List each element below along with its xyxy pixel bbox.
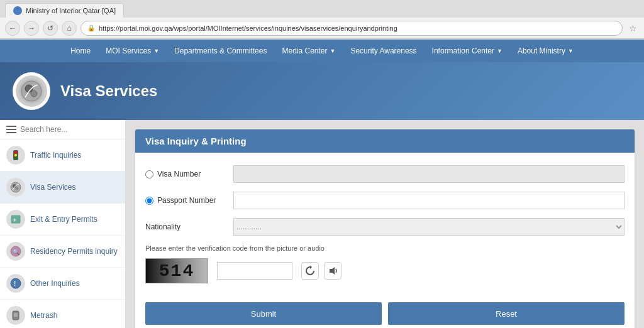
nav-about[interactable]: About Ministry ▼: [510, 40, 581, 62]
form-title: Visa Inquiry & Printing: [145, 136, 247, 146]
nav-moi-services-label: MOI Services: [106, 46, 151, 55]
refresh-button[interactable]: ↺: [43, 21, 58, 36]
metrash-icon: [6, 306, 25, 325]
captcha-value: 514: [159, 261, 194, 281]
lock-icon: 🔒: [87, 25, 95, 31]
svg-point-6: [14, 157, 17, 160]
search-input[interactable]: [20, 125, 119, 134]
svg-text:🔍: 🔍: [13, 248, 20, 256]
sidebar-item-visa-services[interactable]: Visa Services: [0, 172, 125, 204]
captcha-controls: [301, 262, 341, 280]
sidebar-item-metrash[interactable]: Metrash: [0, 300, 125, 328]
sidebar-item-label: Visa Services: [30, 183, 75, 192]
url-bar[interactable]: 🔒 https://portal.moi.gov.qa/wps/portal/M…: [80, 21, 623, 36]
visa-number-row: Visa Number: [145, 165, 625, 183]
reset-button[interactable]: Reset: [388, 302, 625, 325]
browser-chrome: Ministry of Interior Qatar [QA] ← → ↺ ⌂ …: [0, 0, 644, 40]
main-content: Visa Inquiry & Printing Visa Number Pass…: [126, 120, 644, 328]
sidebar-item-label: Residency Permits inquiry: [30, 247, 118, 256]
svg-point-4: [14, 151, 17, 154]
page-title: Visa Services: [60, 82, 157, 100]
main-navigation: Home MOI Services ▼ Departments & Commit…: [0, 40, 644, 62]
back-button[interactable]: ←: [5, 21, 20, 36]
sidebar-search-bar: [0, 120, 125, 139]
nav-info-center-label: Information Center: [432, 46, 494, 55]
sidebar-item-label: Metrash: [30, 311, 57, 320]
svg-marker-20: [330, 267, 335, 275]
passport-number-label: Passport Number: [145, 196, 227, 205]
form-body: Visa Number Passport Number Nationality: [135, 153, 635, 328]
info-center-arrow-icon: ▼: [497, 48, 502, 54]
captcha-row: 514: [145, 258, 625, 283]
svg-point-9: [16, 187, 19, 190]
nav-media-center[interactable]: Media Center ▼: [274, 40, 343, 62]
hamburger-icon[interactable]: [6, 126, 16, 133]
captcha-note: Please enter the verification code from …: [145, 244, 625, 252]
passport-number-radio[interactable]: [145, 197, 153, 205]
header-logo: [13, 72, 50, 110]
nav-moi-services[interactable]: MOI Services ▼: [98, 40, 167, 62]
nationality-select[interactable]: ............: [233, 218, 625, 236]
traffic-light-icon: [6, 146, 25, 165]
nav-about-label: About Ministry: [518, 46, 565, 55]
captcha-image: 514: [145, 258, 208, 283]
nav-home-label: Home: [70, 46, 91, 55]
visa-services-icon: [6, 178, 25, 197]
moi-services-arrow-icon: ▼: [153, 48, 159, 54]
sidebar-item-residency[interactable]: 🔍 Residency Permits inquiry: [0, 236, 125, 268]
svg-point-5: [14, 154, 17, 156]
form-header: Visa Inquiry & Printing: [135, 129, 635, 153]
svg-point-2: [31, 90, 37, 97]
nationality-label: Nationality: [145, 222, 227, 231]
nav-departments-label: Departments & Committees: [174, 46, 267, 55]
tab-title: Ministry of Interior Qatar [QA]: [26, 7, 116, 14]
visa-number-input[interactable]: [233, 165, 625, 183]
sidebar-item-label: Traffic Inquiries: [30, 151, 81, 160]
exit-entry-icon: ✈: [6, 210, 25, 229]
captcha-audio-button[interactable]: [324, 262, 341, 280]
header-logo-image: [16, 75, 47, 107]
residency-icon: 🔍: [6, 242, 25, 261]
form-buttons: Submit Reset: [145, 296, 625, 325]
captcha-input[interactable]: [217, 262, 292, 280]
forward-button[interactable]: →: [24, 21, 39, 36]
bookmark-button[interactable]: ☆: [626, 22, 639, 35]
sidebar-item-exit-entry[interactable]: ✈ Exit & Entry Permits: [0, 204, 125, 236]
nav-departments[interactable]: Departments & Committees: [167, 40, 274, 62]
tab-favicon: [13, 6, 22, 15]
other-inquiries-icon: !: [6, 274, 25, 293]
sidebar-item-label: Other Inquiries: [30, 279, 80, 288]
nav-security-label: Security Awareness: [350, 46, 416, 55]
active-tab[interactable]: Ministry of Interior Qatar [QA]: [5, 3, 124, 18]
about-arrow-icon: ▼: [568, 48, 574, 54]
sidebar-item-label: Exit & Entry Permits: [30, 215, 97, 224]
media-center-arrow-icon: ▼: [330, 48, 336, 54]
sidebar: Traffic Inquiries Visa Services ✈ Exi: [0, 120, 126, 328]
refresh-icon: [305, 266, 315, 276]
visa-inquiry-form: Visa Inquiry & Printing Visa Number Pass…: [135, 129, 635, 328]
browser-toolbar: ← → ↺ ⌂ 🔒 https://portal.moi.gov.qa/wps/…: [0, 18, 644, 39]
nav-security[interactable]: Security Awareness: [343, 40, 424, 62]
browser-tabs: Ministry of Interior Qatar [QA]: [0, 0, 644, 18]
nav-info-center[interactable]: Information Center ▼: [425, 40, 510, 62]
nav-media-center-label: Media Center: [282, 46, 327, 55]
svg-text:!: !: [14, 280, 16, 287]
visa-logo-icon: [20, 80, 43, 102]
nationality-row: Nationality ............: [145, 218, 625, 236]
url-text: https://portal.moi.gov.qa/wps/portal/MOI…: [99, 25, 397, 32]
passport-number-input[interactable]: [233, 192, 625, 209]
nav-home[interactable]: Home: [63, 40, 98, 62]
sidebar-item-traffic-inquiries[interactable]: Traffic Inquiries: [0, 139, 125, 172]
content-area: Traffic Inquiries Visa Services ✈ Exi: [0, 120, 644, 328]
page-header: Visa Services: [0, 62, 644, 120]
visa-number-radio[interactable]: [145, 170, 153, 178]
visa-number-label: Visa Number: [145, 170, 227, 178]
svg-rect-17: [14, 313, 18, 317]
home-button[interactable]: ⌂: [62, 21, 77, 36]
captcha-refresh-button[interactable]: [301, 262, 319, 280]
sidebar-item-other-inquiries[interactable]: ! Other Inquiries: [0, 268, 125, 300]
audio-icon: [328, 266, 338, 276]
passport-number-row: Passport Number: [145, 192, 625, 209]
submit-button[interactable]: Submit: [145, 302, 382, 325]
svg-text:✈: ✈: [13, 217, 17, 223]
